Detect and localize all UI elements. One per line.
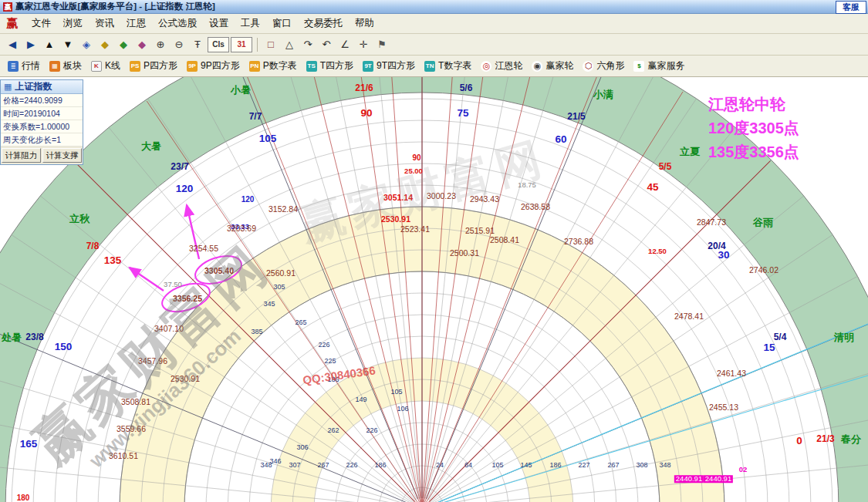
panel-button[interactable]: 计算阻力 bbox=[2, 148, 41, 163]
annotation-note: 江恩轮中轮 120度3305点 135度3356点 bbox=[708, 93, 799, 164]
annotation-arrow-135 bbox=[130, 268, 164, 291]
annotation-line: 120度3305点 bbox=[708, 116, 799, 140]
annotation-arrow-120 bbox=[187, 205, 199, 259]
panel-field: 周天变化步长=1 bbox=[1, 133, 83, 147]
panel-field: 时间=20190104 bbox=[1, 107, 83, 120]
symbol-name: 上证指数 bbox=[15, 80, 52, 93]
annotation-line: 江恩轮中轮 bbox=[708, 93, 799, 116]
grid-icon: ▦ bbox=[4, 82, 12, 92]
panel-button[interactable]: 计算支撑 bbox=[42, 148, 82, 163]
panel-field: 价格=2440.9099 bbox=[1, 94, 83, 107]
quote-panel-buttons: 计算阻力计算支撑 bbox=[1, 147, 83, 164]
gann-wheel-chart bbox=[0, 0, 868, 502]
panel-field: 变换系数=1.00000 bbox=[1, 120, 83, 133]
annotation-line: 135度3356点 bbox=[708, 140, 799, 164]
quote-panel: ▦ 上证指数 价格=2440.9099时间=20190104变换系数=1.000… bbox=[0, 79, 83, 165]
quote-panel-rows: 价格=2440.9099时间=20190104变换系数=1.00000周天变化步… bbox=[1, 94, 83, 147]
quote-panel-header: ▦ 上证指数 bbox=[1, 80, 83, 94]
app-window: 赢 赢家江恩专业版[赢家服务平台] - [上证指数 江恩轮] 客服 赢 文件浏览… bbox=[0, 0, 868, 502]
